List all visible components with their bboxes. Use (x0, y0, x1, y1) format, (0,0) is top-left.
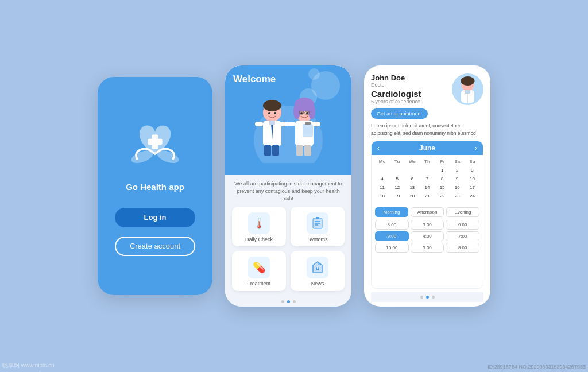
profile-name: John Doe (371, 73, 421, 82)
svg-point-15 (274, 112, 276, 114)
cal-date-17[interactable]: 17 (465, 183, 479, 192)
calendar-week-1: - - - - 1 2 3 (375, 166, 479, 175)
svg-rect-29 (304, 145, 311, 156)
page-dots (225, 297, 351, 307)
cal-date-18[interactable]: 18 (375, 192, 389, 200)
doctors-illustration (233, 88, 343, 163)
app-name: Go Health app (126, 182, 184, 192)
cal-date-7[interactable]: 7 (420, 175, 434, 183)
app-logo-icon (129, 117, 181, 168)
svg-point-18 (293, 103, 300, 119)
appointment-button[interactable]: Get an appointment (371, 108, 428, 119)
cal-day-su: Su (465, 157, 479, 166)
cal-date-6[interactable]: 6 (405, 175, 419, 183)
calendar-next-button[interactable]: › (475, 144, 477, 152)
symptoms-icon (307, 212, 328, 234)
svg-point-39 (317, 270, 318, 270)
cal-day-sa: Sa (450, 157, 465, 166)
news-label: News (311, 281, 324, 286)
cal-date-1[interactable]: 1 (435, 166, 450, 175)
cal-date-4[interactable]: 4 (375, 175, 389, 183)
svg-point-42 (461, 76, 475, 86)
time-900[interactable]: 9:00 (375, 231, 409, 241)
svg-point-6 (263, 100, 281, 111)
login-button[interactable]: Log in (115, 208, 195, 227)
bio-text: Lorem ipsum dolor sit amet, consectetuer… (371, 122, 483, 137)
cal-date-22[interactable]: 22 (435, 192, 450, 200)
cal-date-10[interactable]: 10 (465, 175, 479, 183)
cal-date-8[interactable]: 8 (435, 175, 450, 183)
menu-news[interactable]: News (291, 251, 345, 291)
time-800[interactable]: 8:00 (375, 220, 409, 230)
time-1000[interactable]: 10:00 (375, 243, 409, 253)
cal-date-23[interactable]: 23 (450, 192, 465, 200)
time-800b[interactable]: 8:00 (446, 243, 479, 253)
menu-grid: 🌡️ Daily Check Syntoms (232, 207, 345, 291)
time-slots: Morning Afternoon Evening 8:00 3:00 6:00… (372, 205, 483, 256)
cal-date-24[interactable]: 24 (465, 192, 479, 200)
calendar-header: ‹ June › (372, 141, 483, 155)
menu-symptoms[interactable]: Syntoms (291, 207, 345, 247)
cal-date-16[interactable]: 16 (450, 183, 465, 192)
cal-date-11[interactable]: 11 (375, 183, 389, 192)
profile-page-dots (371, 292, 483, 302)
profile-role: Doctor (371, 82, 421, 88)
svg-rect-28 (296, 145, 303, 156)
menu-treatment[interactable]: 💊 Treatment (232, 251, 286, 291)
svg-rect-33 (316, 217, 319, 219)
cal-date-20[interactable]: 20 (405, 192, 419, 200)
time-700[interactable]: 7:00 (446, 231, 479, 241)
welcome-body: We all are participating in strict manag… (225, 175, 351, 297)
profile-header: John Doe Doctor Cardiologist 5 years of … (371, 73, 483, 105)
tab-evening[interactable]: Evening (446, 207, 479, 217)
dot-2 (287, 300, 290, 303)
watermark-left: 昵享网 www.nipic.cn (2, 362, 55, 370)
calendar-prev-button[interactable]: ‹ (377, 144, 380, 152)
menu-daily-check[interactable]: 🌡️ Daily Check (232, 207, 286, 247)
time-500[interactable]: 5:00 (411, 243, 444, 253)
tab-morning[interactable]: Morning (375, 207, 408, 217)
svg-rect-27 (312, 122, 320, 126)
svg-point-30 (300, 112, 303, 114)
svg-rect-11 (280, 122, 288, 126)
cal-date-14[interactable]: 14 (420, 183, 434, 192)
create-account-button[interactable]: Create account (115, 237, 195, 256)
calendar-week-2: 4 5 6 7 8 9 10 (375, 175, 479, 183)
svg-point-19 (308, 103, 315, 119)
cal-day-fr: Fr (435, 157, 450, 166)
profile-info: John Doe Doctor Cardiologist 5 years of … (371, 73, 421, 104)
cal-date-15[interactable]: 15 (435, 183, 450, 192)
svg-rect-12 (264, 145, 271, 156)
calendar: ‹ June › Mo Tu We Th Fr Sa Su - - - (371, 141, 483, 289)
cal-day-mo: Mo (375, 157, 389, 166)
cal-date-3[interactable]: 3 (465, 166, 479, 175)
time-600[interactable]: 6:00 (446, 220, 479, 230)
cal-date-12[interactable]: 12 (390, 183, 404, 192)
dot-3 (293, 300, 296, 303)
cal-day-we: We (405, 157, 419, 166)
cal-date-21[interactable]: 21 (420, 192, 434, 200)
time-400[interactable]: 4:00 (411, 231, 444, 241)
calendar-week-3: 11 12 13 14 15 16 17 (375, 183, 479, 192)
svg-rect-10 (255, 122, 263, 126)
cal-day-th: Th (420, 157, 434, 166)
cal-date-5[interactable]: 5 (390, 175, 404, 183)
profile-dot-3 (432, 296, 435, 299)
avatar (452, 73, 483, 105)
symptoms-label: Syntoms (307, 237, 327, 242)
tab-afternoon[interactable]: Afternoon (411, 207, 444, 217)
profile-specialty: Cardiologist (371, 89, 421, 99)
time-tabs: Morning Afternoon Evening (375, 207, 479, 217)
cal-date-13[interactable]: 13 (405, 183, 419, 192)
svg-rect-13 (272, 145, 279, 156)
treatment-icon: 💊 (248, 257, 270, 278)
phone-profile: John Doe Doctor Cardiologist 5 years of … (364, 65, 490, 307)
cal-date-2[interactable]: 2 (450, 166, 465, 175)
welcome-header: Welcome (225, 65, 351, 175)
profile-experience: 5 years of experience (371, 99, 421, 104)
calendar-week-4: 18 19 20 21 22 23 24 (375, 192, 479, 200)
cal-date-9[interactable]: 9 (450, 175, 465, 183)
cal-date-19[interactable]: 19 (390, 192, 404, 200)
time-300[interactable]: 3:00 (411, 220, 444, 230)
svg-rect-24 (303, 124, 313, 137)
